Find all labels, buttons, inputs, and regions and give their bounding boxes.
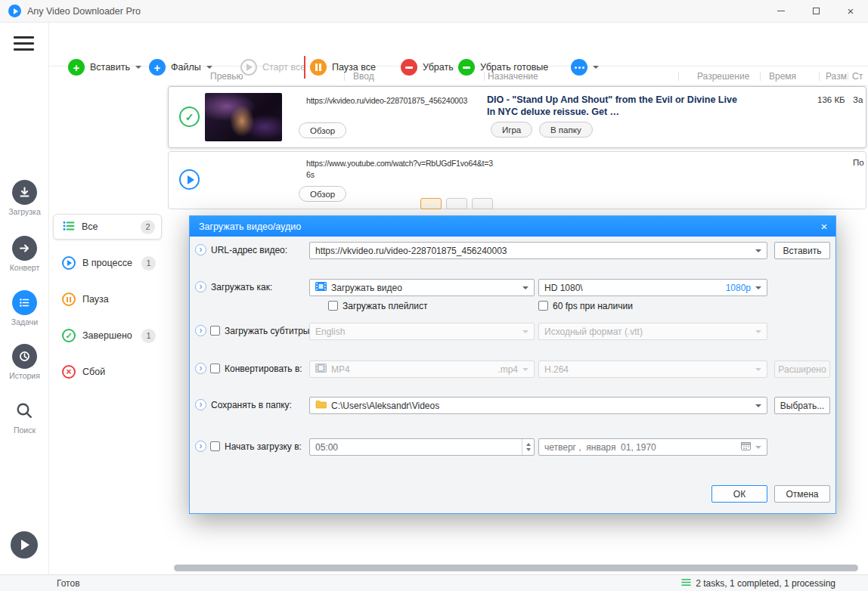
download-type-dropdown[interactable]: Загружать видео [309, 279, 535, 296]
column-header-size[interactable]: Разм [826, 71, 847, 82]
row-action-chip[interactable] [446, 198, 467, 209]
save-folder-path: C:\Users\Aleksandr\Videos [331, 401, 439, 411]
sidebar-item-download[interactable]: Загрузка [0, 180, 49, 216]
pause-all-button[interactable]: Пауза все [310, 57, 376, 78]
window-controls: × [764, 0, 868, 23]
chevron-down-icon [755, 368, 761, 371]
row-action-chip[interactable] [420, 198, 442, 209]
filter-label: Пауза [82, 294, 109, 305]
pause-icon [310, 59, 327, 76]
open-folder-button[interactable]: В папку [539, 122, 593, 138]
cancel-button[interactable]: Отмена [774, 485, 830, 503]
chevron-down-icon[interactable] [135, 66, 141, 69]
column-header-preview[interactable]: Превью [210, 71, 243, 82]
row-action-chip[interactable] [472, 198, 493, 209]
dialog-close-icon[interactable]: × [813, 216, 835, 237]
expander-icon[interactable]: › [195, 325, 206, 336]
choose-folder-button[interactable]: Выбрать... [774, 397, 830, 414]
subtitles-label: Загружать субтитры: [225, 326, 312, 336]
sidebar-item-history[interactable]: История [0, 344, 49, 380]
add-files-button[interactable]: + Файлы [149, 57, 212, 78]
download-dialog: Загружать видео/аудио × › URL-адрес виде… [189, 215, 836, 514]
horizontal-scrollbar[interactable] [174, 565, 858, 571]
chevron-down-icon[interactable] [755, 286, 761, 289]
chevron-down-icon[interactable] [755, 404, 761, 407]
minimize-button[interactable] [764, 0, 798, 23]
chevron-down-icon[interactable] [206, 66, 212, 69]
save-folder-dropdown[interactable]: C:\Users\Aleksandr\Videos [309, 397, 767, 414]
paste-button[interactable]: Вставить [774, 242, 830, 259]
dialog-title: Загружать видео/аудио [199, 221, 301, 232]
sidebar: Загрузка Конверт Задачи История Поиск [0, 23, 49, 574]
maximize-button[interactable] [798, 0, 833, 23]
column-header-resolution[interactable]: Разрешение [697, 71, 749, 82]
column-divider [678, 72, 679, 81]
expander-icon[interactable]: › [195, 441, 206, 452]
start-all-label: Старт все [262, 62, 305, 73]
filter-failed[interactable]: × Сбой [53, 359, 162, 385]
row-size: 136 КБ [817, 95, 845, 104]
toolbar-divider [304, 56, 305, 79]
all-tasks-icon [63, 221, 75, 234]
table-row[interactable]: ✓ https://vkvideo.ru/video-228701875_456… [168, 86, 866, 148]
convert-checkbox[interactable] [210, 364, 220, 373]
schedule-date-field[interactable]: четверг , января 01, 1970 [538, 438, 767, 456]
expander-icon[interactable]: › [195, 244, 206, 255]
remove-button[interactable]: Убрать [401, 57, 454, 78]
dialog-titlebar: Загружать видео/аудио × [190, 216, 835, 237]
sidebar-item-search[interactable]: Поиск [0, 398, 49, 435]
task-filter-list: Все 2 В процессе 1 Пауза ✓ Завершено 1 ×… [53, 214, 162, 395]
close-button[interactable]: × [833, 0, 868, 23]
count-badge: 1 [141, 256, 156, 271]
subtitles-checkbox[interactable] [210, 326, 220, 336]
sidebar-item-label: Задачи [11, 317, 38, 326]
paste-url-button[interactable]: + Вставить [68, 57, 141, 78]
time-spinner[interactable] [522, 439, 531, 455]
row-url: https://www.youtube.com/watch?v=RbUGdF1v… [306, 158, 495, 181]
advanced-button: Расширено [774, 360, 830, 378]
more-actions-button[interactable] [571, 57, 599, 78]
convert-icon [12, 236, 37, 261]
quality-dropdown[interactable]: HD 1080\ 1080p [538, 279, 767, 296]
sidebar-item-convert[interactable]: Конверт [0, 236, 49, 272]
schedule-checkbox[interactable] [210, 441, 220, 451]
ok-button[interactable]: ОК [711, 485, 767, 503]
expander-icon[interactable]: › [195, 363, 206, 374]
sidebar-item-label: История [9, 371, 40, 380]
expander-icon[interactable]: › [195, 399, 206, 410]
url-combobox[interactable]: https://vkvideo.ru/video-228701875_45624… [309, 242, 767, 259]
filter-all[interactable]: Все 2 [53, 214, 162, 240]
chevron-down-icon[interactable] [755, 249, 761, 252]
remove-completed-button[interactable]: Убрать готовые [458, 57, 548, 78]
play-button[interactable] [11, 531, 38, 559]
subtitles-language-value: English [315, 326, 345, 337]
expander-icon[interactable]: › [195, 281, 206, 292]
chevron-down-icon [522, 330, 529, 333]
browse-button[interactable]: Обзор [299, 186, 346, 202]
table-row[interactable]: https://www.youtube.com/watch?v=RbUGdF1v… [168, 151, 866, 209]
filter-paused[interactable]: Пауза [53, 286, 162, 312]
search-icon [12, 398, 37, 423]
menu-icon[interactable] [14, 36, 34, 51]
play-icon [240, 59, 257, 76]
tag-button[interactable]: Игра [491, 122, 532, 138]
sidebar-item-tasks[interactable]: Задачи [0, 290, 49, 326]
fps-checkbox[interactable] [538, 301, 548, 311]
filter-in-progress[interactable]: В процессе 1 [53, 250, 162, 276]
chevron-down-icon[interactable] [593, 66, 599, 69]
schedule-date-value: четверг , января 01, 1970 [544, 442, 656, 453]
browse-button[interactable]: Обзор [299, 122, 346, 138]
tasks-list-icon [12, 290, 37, 315]
calendar-icon[interactable] [741, 441, 751, 453]
sidebar-item-label: Поиск [14, 425, 36, 435]
window-title: Any Video Downloader Pro [27, 6, 141, 17]
chevron-down-icon[interactable] [755, 446, 761, 449]
column-header-status[interactable]: Ст [852, 71, 863, 82]
video-thumbnail[interactable] [205, 93, 282, 141]
schedule-time-field[interactable]: 05:00 [309, 438, 535, 456]
column-header-time[interactable]: Время [769, 71, 796, 82]
playlist-checkbox[interactable] [328, 301, 338, 311]
chevron-down-icon[interactable] [522, 286, 529, 289]
app-window: Any Video Downloader Pro × + Вставить + … [0, 0, 868, 591]
filter-completed[interactable]: ✓ Завершено 1 [53, 323, 162, 348]
